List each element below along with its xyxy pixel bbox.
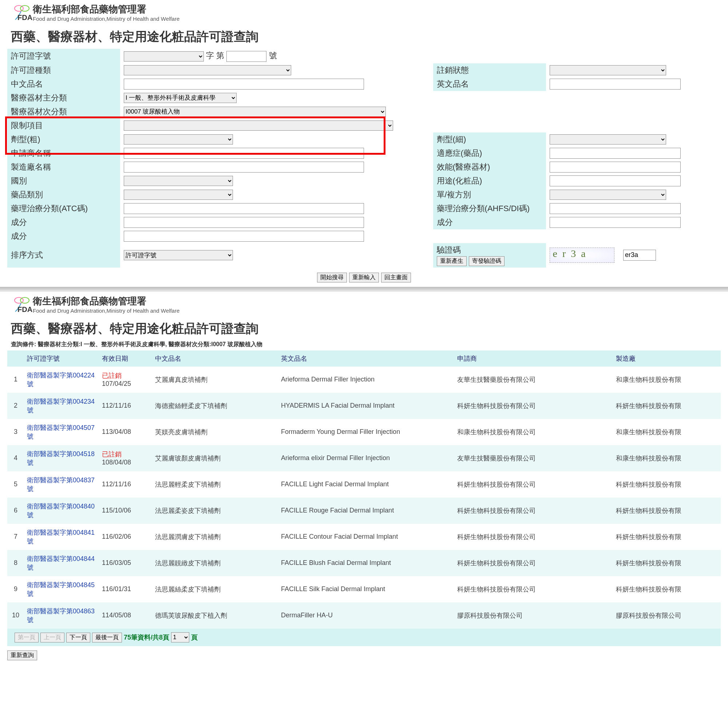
ingredient3-input[interactable] [124,231,364,242]
ingredient2-input[interactable] [550,217,681,228]
svg-text:FDA: FDA [17,305,32,314]
drug-cat-select[interactable] [124,190,233,200]
license-link[interactable]: 衛部醫器製字第004844號 [27,555,95,571]
prev-page-button[interactable]: 上一頁 [40,633,64,642]
name-cn-input[interactable] [124,79,364,90]
results-page: FDA 衛生福利部食品藥物管理署 Food and Drug Administr… [0,292,728,661]
table-row: 6 衛部醫器製字第004840號 115/10/06 法思麗柔姿皮下填補劑 FA… [7,498,721,524]
first-page-button[interactable]: 第一頁 [15,633,38,642]
license-link[interactable]: 衛部醫器製字第004840號 [27,503,95,519]
search-form: 許可證字號 字 第 號 許可證種類 註銷狀態 中文品名 英文品名 醫療器材主分類… [7,49,721,268]
fda-logo: FDA [11,3,33,21]
indication-input[interactable] [550,148,681,159]
page-title: 西藥、醫療器材、特定用途化粧品許可證查詢 [11,28,717,45]
captcha-input[interactable] [623,250,656,261]
license-prefix-select[interactable] [124,51,204,61]
table-row: 9 衛部醫器製字第004845號 116/01/31 法思麗絲柔皮下填補劑 FA… [7,576,721,603]
action-buttons: 開始搜尋 重新輸入 回主畫面 [0,268,728,287]
page-select[interactable]: 1 [171,632,189,642]
pager: 第一頁 上一頁 下一頁 最後一頁 75筆資料/共8頁 1 頁 [7,629,721,647]
usage-input[interactable] [550,176,681,187]
table-row: 2 衛部醫器製字第004234號 112/11/16 海德蜜絲輕柔皮下填補劑 H… [7,393,721,419]
revoke-status-select[interactable] [550,65,666,75]
pager-summary: 75筆資料/共8頁 [124,633,169,641]
agency-name-en: Food and Drug Administration,Ministry of… [33,16,179,22]
svg-point-4 [20,297,29,303]
manufacturer-input[interactable] [124,162,364,173]
revoked-flag: 已註銷 [102,450,149,459]
license-link[interactable]: 衛部醫器製字第004863號 [27,607,95,624]
lbl-license-no: 許可證字號 [7,49,120,63]
efficacy-input[interactable] [550,162,681,173]
results-table: 許可證字號 有效日期 中文品名 英文品名 申請商 製造廠 1 衛部醫器製字第00… [7,350,721,629]
search-page: FDA 衛生福利部食品藥物管理署 Food and Drug Administr… [0,0,728,287]
search-button[interactable]: 開始搜尋 [317,273,347,283]
license-type-select[interactable] [124,65,291,75]
captcha-image: er3a [550,248,615,263]
recipe-select[interactable] [550,190,666,200]
dosage-fine-select[interactable] [550,134,666,145]
query-condition: 查詢條件: 醫療器材主分類:I 一般、整形外科手術及皮膚科學, 醫療器材次分類:… [11,341,717,348]
captcha-send-button[interactable]: 寄發驗證碼 [469,256,505,266]
country-select[interactable] [124,176,233,186]
license-link[interactable]: 衛部醫器製字第004507號 [27,424,95,440]
table-row: 3 衛部醫器製字第004507號 113/04/08 芙媄亮皮膚填補劑 Form… [7,419,721,445]
license-link[interactable]: 衛部醫器製字第004837號 [27,476,95,492]
captcha-regen-button[interactable]: 重新產生 [437,256,466,266]
header: FDA 衛生福利部食品藥物管理署 Food and Drug Administr… [0,0,728,22]
ingredient1-input[interactable] [124,217,364,228]
revoked-flag: 已註銷 [102,371,149,380]
license-num-input[interactable] [226,51,266,62]
next-page-button[interactable]: 下一頁 [66,633,90,642]
separator [0,287,728,292]
highlight-box [5,116,385,155]
svg-point-1 [20,5,29,11]
home-button[interactable]: 回主畫面 [381,273,411,283]
table-row: 1 衛部醫器製字第004224號 已註銷107/04/25 艾麗膚真皮填補劑 A… [7,367,721,393]
table-row: 8 衛部醫器製字第004844號 116/03/05 法思麗靚緻皮下填補劑 FA… [7,550,721,576]
last-page-button[interactable]: 最後一頁 [92,633,122,642]
license-link[interactable]: 衛部醫器製字第004234號 [27,398,95,414]
agency-name-cn: 衛生福利部食品藥物管理署 [33,3,179,16]
header-2: FDA 衛生福利部食品藥物管理署 Food and Drug Administr… [0,292,728,314]
license-link[interactable]: 衛部醫器製字第004845號 [27,581,95,597]
fda-logo-2: FDA [11,295,33,314]
license-link[interactable]: 衛部醫器製字第004518號 [27,450,95,466]
requery-button[interactable]: 重新查詢 [7,650,37,660]
license-link[interactable]: 衛部醫器製字第004224號 [27,372,95,388]
table-row: 7 衛部醫器製字第004841號 116/02/06 法思麗潤膚皮下填補劑 FA… [7,524,721,550]
atc-input[interactable] [124,203,364,214]
device-sub-select[interactable]: I0007 玻尿酸植入物 [124,107,386,117]
device-main-select[interactable]: I 一般、整形外科手術及皮膚科學 [124,93,237,103]
license-link[interactable]: 衛部醫器製字第004841號 [27,529,95,545]
table-row: 4 衛部醫器製字第004518號 已註銷108/04/08 艾麗膚玻顏皮膚填補劑… [7,445,721,471]
table-row: 10 衛部醫器製字第004863號 114/05/08 德瑪芙玻尿酸皮下植入劑 … [7,603,721,629]
reset-button[interactable]: 重新輸入 [349,273,379,283]
sort-select[interactable]: 許可證字號 [124,250,233,260]
name-en-input[interactable] [550,79,681,90]
svg-text:FDA: FDA [17,14,32,21]
table-row: 5 衛部醫器製字第004837號 112/11/16 法思麗輕柔皮下填補劑 FA… [7,471,721,498]
ahfs-input[interactable] [550,203,681,214]
